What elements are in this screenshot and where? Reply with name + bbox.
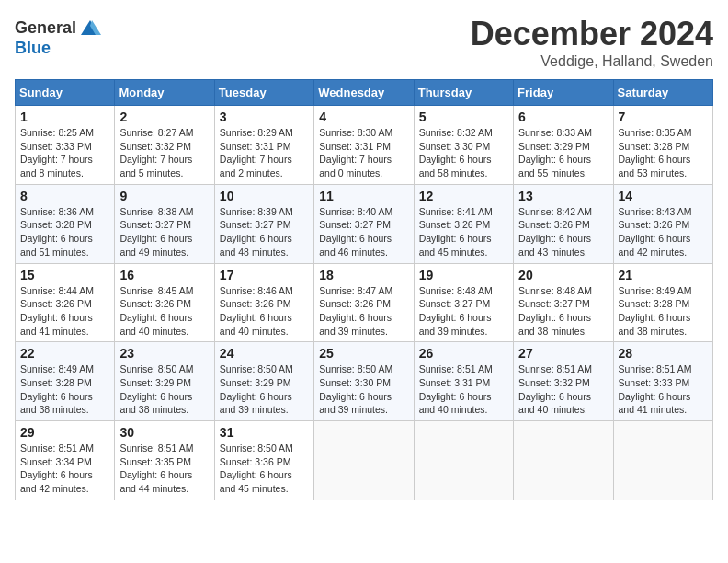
day-info: Sunrise: 8:48 AM Sunset: 3:27 PM Dayligh…: [419, 284, 508, 339]
sunrise-text: Sunrise: 8:30 AM: [319, 127, 392, 138]
day-number: 23: [119, 346, 209, 361]
day-info: Sunrise: 8:50 AM Sunset: 3:36 PM Dayligh…: [220, 442, 309, 496]
sunset-text: Sunset: 3:32 PM: [518, 377, 590, 388]
sunrise-text: Sunrise: 8:41 AM: [419, 206, 493, 217]
day-number: 7: [619, 109, 708, 124]
sunset-text: Sunset: 3:27 PM: [319, 219, 391, 230]
sunrise-text: Sunrise: 8:35 AM: [619, 127, 692, 138]
day-info: Sunrise: 8:40 AM Sunset: 3:27 PM Dayligh…: [319, 205, 408, 259]
sunrise-text: Sunrise: 8:47 AM: [319, 285, 392, 296]
calendar-cell: 21 Sunrise: 8:49 AM Sunset: 3:28 PM Dayl…: [613, 263, 712, 342]
calendar-cell: 27 Sunrise: 8:51 AM Sunset: 3:32 PM Dayl…: [514, 342, 613, 421]
sunrise-text: Sunrise: 8:43 AM: [619, 206, 692, 217]
logo-icon: [77, 18, 103, 39]
day-info: Sunrise: 8:50 AM Sunset: 3:29 PM Dayligh…: [119, 362, 209, 417]
sunrise-text: Sunrise: 8:50 AM: [220, 363, 293, 374]
daylight-text: Daylight: 6 hours and 40 minutes.: [518, 391, 591, 416]
day-info: Sunrise: 8:47 AM Sunset: 3:26 PM Dayligh…: [319, 284, 408, 339]
day-number: 5: [419, 109, 508, 124]
calendar-cell: [414, 421, 513, 500]
sunrise-text: Sunrise: 8:50 AM: [319, 363, 392, 374]
daylight-text: Daylight: 6 hours and 49 minutes.: [119, 233, 192, 258]
day-number: 31: [220, 425, 309, 440]
sunrise-text: Sunrise: 8:46 AM: [220, 285, 293, 296]
daylight-text: Daylight: 6 hours and 55 minutes.: [518, 154, 591, 178]
calendar-cell: 17 Sunrise: 8:46 AM Sunset: 3:26 PM Dayl…: [214, 263, 313, 342]
day-info: Sunrise: 8:51 AM Sunset: 3:34 PM Dayligh…: [20, 442, 109, 496]
day-info: Sunrise: 8:39 AM Sunset: 3:27 PM Dayligh…: [220, 205, 309, 259]
sunrise-text: Sunrise: 8:27 AM: [119, 127, 193, 138]
calendar-cell: 10 Sunrise: 8:39 AM Sunset: 3:27 PM Dayl…: [214, 184, 313, 263]
sunset-text: Sunset: 3:29 PM: [518, 141, 590, 152]
calendar-cell: 31 Sunrise: 8:50 AM Sunset: 3:36 PM Dayl…: [214, 421, 313, 500]
sunrise-text: Sunrise: 8:50 AM: [119, 363, 193, 374]
day-number: 6: [518, 109, 608, 124]
weekday-header-friday: Friday: [514, 80, 613, 106]
calendar-cell: 3 Sunrise: 8:29 AM Sunset: 3:31 PM Dayli…: [214, 106, 313, 185]
sunset-text: Sunset: 3:28 PM: [619, 141, 690, 152]
sunset-text: Sunset: 3:31 PM: [220, 141, 291, 152]
sunset-text: Sunset: 3:28 PM: [619, 298, 690, 309]
sunrise-text: Sunrise: 8:49 AM: [619, 285, 692, 296]
calendar-cell: 28 Sunrise: 8:51 AM Sunset: 3:33 PM Dayl…: [613, 342, 712, 421]
day-info: Sunrise: 8:50 AM Sunset: 3:29 PM Dayligh…: [220, 362, 309, 417]
day-number: 2: [119, 109, 209, 124]
day-number: 29: [20, 425, 109, 440]
calendar-cell: 11 Sunrise: 8:40 AM Sunset: 3:27 PM Dayl…: [314, 184, 414, 263]
calendar-week-row: 8 Sunrise: 8:36 AM Sunset: 3:28 PM Dayli…: [16, 184, 713, 263]
daylight-text: Daylight: 6 hours and 53 minutes.: [619, 154, 691, 178]
daylight-text: Daylight: 6 hours and 45 minutes.: [419, 233, 492, 258]
calendar-week-row: 15 Sunrise: 8:44 AM Sunset: 3:26 PM Dayl…: [16, 263, 713, 342]
calendar-cell: 29 Sunrise: 8:51 AM Sunset: 3:34 PM Dayl…: [16, 421, 115, 500]
calendar-cell: 25 Sunrise: 8:50 AM Sunset: 3:30 PM Dayl…: [314, 342, 414, 421]
sunset-text: Sunset: 3:33 PM: [619, 377, 690, 388]
weekday-header-row: SundayMondayTuesdayWednesdayThursdayFrid…: [16, 80, 713, 106]
daylight-text: Daylight: 6 hours and 48 minutes.: [220, 233, 292, 258]
day-info: Sunrise: 8:29 AM Sunset: 3:31 PM Dayligh…: [220, 126, 309, 180]
sunset-text: Sunset: 3:26 PM: [619, 219, 690, 230]
day-info: Sunrise: 8:51 AM Sunset: 3:32 PM Dayligh…: [518, 362, 608, 417]
sunset-text: Sunset: 3:35 PM: [119, 456, 191, 467]
day-number: 24: [220, 346, 309, 361]
sunset-text: Sunset: 3:27 PM: [119, 219, 191, 230]
sunrise-text: Sunrise: 8:50 AM: [220, 442, 293, 454]
weekday-header-tuesday: Tuesday: [214, 80, 313, 106]
day-info: Sunrise: 8:50 AM Sunset: 3:30 PM Dayligh…: [319, 362, 408, 417]
sunset-text: Sunset: 3:27 PM: [419, 298, 491, 309]
sunrise-text: Sunrise: 8:48 AM: [518, 285, 592, 296]
sunrise-text: Sunrise: 8:51 AM: [119, 442, 193, 454]
logo: General Blue: [15, 18, 103, 59]
calendar-cell: 9 Sunrise: 8:38 AM Sunset: 3:27 PM Dayli…: [115, 184, 214, 263]
sunset-text: Sunset: 3:27 PM: [518, 298, 590, 309]
location-subtitle: Veddige, Halland, Sweden: [471, 53, 713, 70]
day-number: 30: [119, 425, 209, 440]
daylight-text: Daylight: 6 hours and 46 minutes.: [319, 233, 392, 258]
day-number: 9: [119, 189, 209, 203]
sunset-text: Sunset: 3:31 PM: [419, 377, 491, 388]
calendar-cell: 13 Sunrise: 8:42 AM Sunset: 3:26 PM Dayl…: [514, 184, 613, 263]
day-info: Sunrise: 8:51 AM Sunset: 3:33 PM Dayligh…: [619, 362, 708, 417]
day-number: 18: [319, 268, 408, 282]
day-number: 27: [518, 346, 608, 361]
page-header: General Blue December 2024 Veddige, Hall…: [15, 15, 713, 70]
sunrise-text: Sunrise: 8:51 AM: [20, 442, 94, 454]
calendar-cell: 23 Sunrise: 8:50 AM Sunset: 3:29 PM Dayl…: [115, 342, 214, 421]
day-number: 14: [619, 189, 708, 203]
calendar-cell: 5 Sunrise: 8:32 AM Sunset: 3:30 PM Dayli…: [414, 106, 513, 185]
day-number: 3: [220, 109, 309, 124]
day-number: 20: [518, 268, 608, 282]
daylight-text: Daylight: 7 hours and 5 minutes.: [119, 154, 192, 178]
daylight-text: Daylight: 6 hours and 38 minutes.: [619, 312, 691, 337]
sunset-text: Sunset: 3:29 PM: [119, 377, 191, 388]
day-info: Sunrise: 8:51 AM Sunset: 3:35 PM Dayligh…: [119, 442, 209, 496]
sunrise-text: Sunrise: 8:38 AM: [119, 206, 193, 217]
daylight-text: Daylight: 6 hours and 51 minutes.: [20, 233, 93, 258]
calendar-cell: 6 Sunrise: 8:33 AM Sunset: 3:29 PM Dayli…: [514, 106, 613, 185]
calendar-cell: 19 Sunrise: 8:48 AM Sunset: 3:27 PM Dayl…: [414, 263, 513, 342]
sunset-text: Sunset: 3:36 PM: [220, 456, 291, 467]
day-info: Sunrise: 8:49 AM Sunset: 3:28 PM Dayligh…: [619, 284, 708, 339]
calendar-cell: 24 Sunrise: 8:50 AM Sunset: 3:29 PM Dayl…: [214, 342, 313, 421]
calendar-week-row: 29 Sunrise: 8:51 AM Sunset: 3:34 PM Dayl…: [16, 421, 713, 500]
daylight-text: Daylight: 6 hours and 39 minutes.: [419, 312, 492, 337]
weekday-header-thursday: Thursday: [414, 80, 513, 106]
